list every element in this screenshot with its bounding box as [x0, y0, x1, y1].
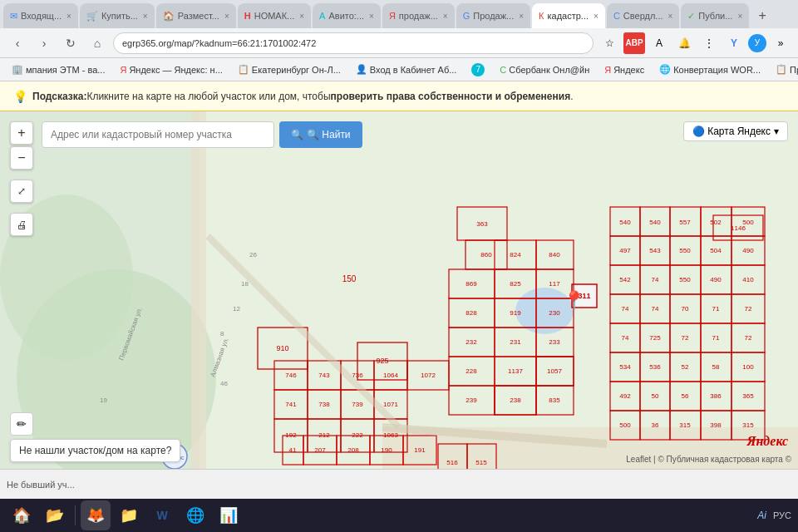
svg-text:543: 543: [649, 247, 661, 254]
hint-prefix: Подсказка:: [32, 91, 86, 102]
svg-text:26: 26: [249, 251, 257, 259]
bookmark-label-sber: Сбербанк Онл@йн: [509, 65, 589, 75]
bookmark-yandex[interactable]: Я Яндекс — Яндекс: н...: [115, 63, 227, 76]
svg-text:58: 58: [712, 363, 720, 371]
svg-text:1057: 1057: [547, 367, 562, 375]
svg-text:52: 52: [682, 363, 689, 371]
more-button[interactable]: »: [770, 32, 791, 54]
taskbar-explorer[interactable]: 📂: [40, 500, 70, 530]
svg-text:490: 490: [710, 276, 722, 283]
svg-text:743: 743: [318, 372, 330, 379]
fullscreen-button[interactable]: ⤢: [10, 180, 33, 203]
tab-close-2[interactable]: ×: [143, 12, 148, 21]
tab-label-10: Публи...: [698, 11, 732, 21]
svg-text:1137: 1137: [508, 367, 523, 375]
taskbar-start[interactable]: 🏠: [7, 500, 37, 530]
svg-text:534: 534: [619, 363, 631, 371]
tab-sverdl[interactable]: С Свердл... ×: [607, 3, 679, 28]
svg-text:910: 910: [276, 344, 288, 352]
tab-label-2: Купить...: [101, 11, 138, 21]
svg-text:12: 12: [233, 305, 240, 313]
new-tab-button[interactable]: +: [751, 4, 774, 27]
not-found-button[interactable]: Не нашли участок/дом на карте?: [10, 439, 180, 462]
bookmark-ekat[interactable]: 📋 Екатеринбург Он-Л...: [233, 62, 346, 76]
tab-close-4[interactable]: ×: [299, 12, 304, 21]
tab-label-4: НОМАК...: [254, 11, 295, 21]
tab-close-1[interactable]: ×: [66, 12, 71, 21]
tab-google-sales[interactable]: G Продаж... ×: [456, 3, 530, 28]
user-icon[interactable]: У: [748, 34, 766, 52]
tab-label-7: Продаж...: [473, 11, 514, 21]
map-type-button[interactable]: 🔵 Карта Яндекс ▾: [683, 121, 788, 141]
tab-close-9[interactable]: ×: [668, 12, 673, 21]
map-search-button[interactable]: 🔍 🔍 Найти: [279, 121, 362, 148]
leaflet-attribution: Leaflet | © Публичная кадастровая карта …: [626, 455, 791, 464]
tab-close-8[interactable]: ×: [594, 12, 598, 21]
home-button[interactable]: ⌂: [86, 32, 108, 54]
reload-button[interactable]: ↻: [60, 32, 81, 54]
zoom-in-button[interactable]: +: [10, 121, 33, 145]
bookmark-7[interactable]: 7: [466, 62, 490, 78]
taskbar-separator-1: [75, 505, 76, 525]
address-text: egrp365.org/map/?kadnum=66:21:1701002:47…: [122, 38, 316, 48]
tab-place[interactable]: 🏠 Размест... ×: [156, 3, 236, 28]
forward-button[interactable]: ›: [33, 32, 55, 54]
address-field[interactable]: egrp365.org/map/?kadnum=66:21:1701002:47…: [113, 32, 594, 54]
taskbar-files[interactable]: 📁: [114, 500, 144, 530]
bookmark-fines[interactable]: 📋 Проверка штрафов...: [771, 62, 798, 76]
tab-close-7[interactable]: ×: [519, 12, 524, 21]
tab-sales[interactable]: Я продаж... ×: [382, 3, 455, 28]
svg-text:191: 191: [414, 446, 426, 454]
tab-avito[interactable]: А Авито:... ×: [313, 3, 381, 28]
tab-publi[interactable]: ✓ Публи... ×: [681, 3, 749, 28]
svg-text:1064: 1064: [383, 372, 398, 379]
star-button[interactable]: ☆: [598, 32, 620, 54]
tab-close-3[interactable]: ×: [224, 12, 229, 21]
svg-text:72: 72: [682, 334, 689, 342]
zoom-out-button[interactable]: −: [10, 146, 33, 170]
svg-text:497: 497: [619, 247, 631, 254]
bookmark-convert[interactable]: 🌐 Конвертация WOR...: [654, 62, 766, 76]
tab-kadastr[interactable]: К кадастр... ×: [532, 3, 605, 28]
tab-label-3: Размест...: [178, 11, 219, 21]
tab-nomak[interactable]: Н НОМАК... ×: [238, 3, 311, 28]
svg-text:363: 363: [476, 220, 488, 228]
profile-button[interactable]: А: [648, 32, 670, 54]
map-type-selector[interactable]: 🔵 Карта Яндекс ▾: [683, 121, 788, 141]
svg-text:228: 228: [466, 367, 477, 375]
svg-text:74: 74: [652, 305, 659, 313]
bookmark-etm[interactable]: 🏢 мпания ЭТМ - ва...: [7, 62, 110, 76]
tab-close-10[interactable]: ×: [737, 12, 742, 21]
notifications-button[interactable]: 🔔: [673, 32, 695, 54]
pencil-button[interactable]: ✏: [10, 412, 33, 436]
map-controls: + − ⤢ 🖨: [10, 121, 33, 236]
back-button[interactable]: ‹: [7, 32, 28, 54]
extensions-button[interactable]: АВР: [623, 32, 645, 54]
tab-buy[interactable]: 🛒 Купить... ×: [80, 3, 155, 28]
tab-icon-8: К: [539, 11, 544, 21]
bookmark-icon-7: 7: [471, 63, 485, 76]
map-container[interactable]: 500 490 410 72 72 100 365 315 502 504 49…: [0, 111, 798, 469]
taskbar-other[interactable]: 📊: [214, 500, 244, 530]
bookmark-cabinet[interactable]: 👤 Вход в Кабинет Аб...: [351, 62, 462, 76]
svg-text:398: 398: [710, 421, 722, 429]
taskbar-word[interactable]: W: [147, 500, 177, 530]
search-icon: 🔍: [291, 129, 303, 140]
bookmarks-bar: 🏢 мпания ЭТМ - ва... Я Яндекс — Яндекс: …: [0, 58, 798, 81]
svg-text:741: 741: [285, 401, 297, 408]
tab-close-6[interactable]: ×: [443, 12, 448, 21]
bookmark-sber[interactable]: С Сбербанк Онл@йн: [495, 63, 594, 76]
tab-incoming[interactable]: ✉ Входящ... ×: [3, 3, 78, 28]
bookmark-label-yandex: Яндекс — Яндекс: н...: [129, 65, 222, 75]
taskbar: 🏠 📂 🦊 📁 W 🌐 📊 Ai РУС: [0, 499, 798, 532]
extra-button[interactable]: Y: [723, 32, 745, 54]
settings-button[interactable]: ⋮: [698, 32, 720, 54]
svg-text:746: 746: [285, 372, 297, 379]
tab-close-5[interactable]: ×: [369, 12, 374, 21]
print-button[interactable]: 🖨: [10, 213, 33, 236]
bookmark-yandex2[interactable]: Я Яндекс: [599, 63, 649, 76]
map-search-input[interactable]: [42, 121, 274, 148]
taskbar-firefox[interactable]: 🦊: [81, 500, 111, 530]
taskbar-chrome[interactable]: 🌐: [180, 500, 210, 530]
svg-text:190: 190: [381, 446, 392, 454]
